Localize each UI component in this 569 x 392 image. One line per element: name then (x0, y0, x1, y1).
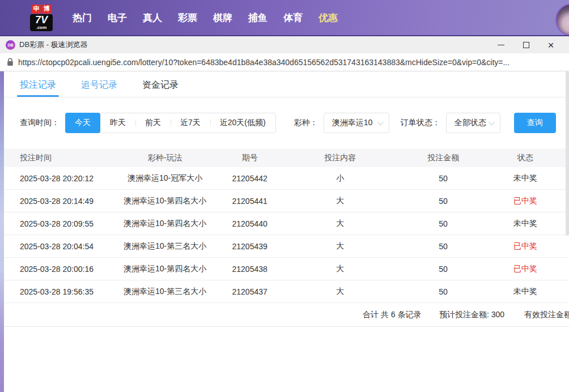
order-status-value: 全部状态 (455, 118, 486, 128)
close-icon: × (547, 40, 554, 50)
bet-amount-cell: 50 (405, 219, 482, 228)
site-nav-bar: 申 博 7V .com 热门电子真人彩票棋牌捕鱼体育优惠 (0, 0, 569, 35)
bet-content-cell: 大 (275, 219, 405, 229)
maximize-button[interactable] (513, 36, 538, 53)
site-nav-items: 热门电子真人彩票棋牌捕鱼体育优惠 (73, 11, 338, 24)
issue-number-cell: 21205440 (224, 219, 275, 228)
game-play-cell: 澳洲幸运10-第四名大小 (105, 264, 224, 274)
table-row: 2025-03-28 19:56:35澳洲幸运10-第三名大小21205437大… (4, 280, 569, 303)
time-option-昨天[interactable]: 昨天 (100, 113, 135, 133)
game-play-cell: 澳洲幸运10-冠军大小 (105, 173, 224, 184)
table-summary-row: 合计 共 6 条记录 预计投注金额: 300 有效投注金额 (4, 303, 569, 327)
minimize-button[interactable] (489, 36, 513, 53)
nav-item-热门[interactable]: 热门 (73, 11, 92, 24)
logo-7v-text: 7V (35, 14, 48, 25)
filter-bar: 查询时间： 今天昨天前天近7天近20天(低频) 彩种： 澳洲幸运10 订单状态：… (4, 113, 569, 133)
time-filter-label: 查询时间： (20, 118, 60, 128)
close-button[interactable]: × (538, 36, 563, 53)
bet-amount-cell: 50 (405, 265, 482, 274)
status-cell: 未中奖 (481, 173, 569, 184)
issue-number-cell: 21205438 (224, 265, 275, 274)
desktop-edge-sliver (0, 71, 4, 392)
bet-time-cell: 2025-03-28 20:04:54 (4, 242, 105, 251)
bet-time-cell: 2025-03-28 20:20:12 (4, 174, 105, 183)
nav-item-棋牌[interactable]: 棋牌 (213, 11, 232, 24)
order-status-label: 订单状态： (401, 118, 440, 128)
table-row: 2025-03-28 20:04:54澳洲幸运10-第三名大小21205439大… (4, 235, 569, 258)
status-cell: 未中奖 (481, 287, 569, 297)
lottery-select[interactable]: 澳洲幸运10 (324, 113, 389, 133)
logo-tile-right: 博 (42, 5, 51, 14)
record-tabs: 投注记录追号记录资金记录 (4, 71, 569, 97)
bet-content-cell: 大 (275, 196, 405, 206)
tab-投注记录[interactable]: 投注记录 (20, 79, 56, 97)
status-cell: 未中奖 (481, 219, 569, 229)
search-button[interactable]: 查询 (514, 113, 556, 133)
column-header-投注时间: 投注时间 (4, 153, 105, 163)
bet-time-cell: 2025-03-28 20:14:49 (4, 197, 105, 206)
column-header-投注内容: 投注内容 (275, 153, 405, 163)
bet-amount-cell: 50 (405, 174, 482, 183)
tab-资金记录[interactable]: 资金记录 (142, 79, 179, 97)
bet-records-table: 投注时间彩种-玩法期号投注内容投注金额状态 2025-03-28 20:20:1… (4, 148, 569, 303)
issue-number-cell: 21205441 (224, 197, 275, 206)
browser-app-icon: DB (6, 40, 15, 50)
order-status-select[interactable]: 全部状态 (446, 113, 500, 133)
site-logo[interactable]: 申 博 7V .com (25, 5, 58, 31)
window-controls: × (489, 36, 563, 53)
column-header-彩种-玩法: 彩种-玩法 (105, 153, 224, 163)
url-bar[interactable]: https://ctopcp02pcali.uengi5e.com/lotter… (0, 53, 569, 71)
expected-amount-text: 预计投注金额: 300 (439, 310, 504, 320)
table-row: 2025-03-28 20:20:12澳洲幸运10-冠军大小21205442小5… (4, 167, 569, 190)
time-option-前天[interactable]: 前天 (135, 113, 171, 133)
logo-com-text: .com (30, 25, 53, 30)
bet-amount-cell: 50 (405, 242, 482, 251)
lottery-records-page: 投注记录追号记录资金记录 查询时间： 今天昨天前天近7天近20天(低频) 彩种：… (4, 71, 569, 392)
bet-amount-cell: 50 (405, 287, 482, 296)
game-play-cell: 澳洲幸运10-第四名大小 (105, 196, 224, 206)
bet-time-cell: 2025-03-28 20:09:55 (4, 219, 105, 228)
bet-content-cell: 小 (275, 173, 405, 184)
padlock-icon (7, 58, 14, 66)
bet-amount-cell: 50 (405, 197, 482, 206)
issue-number-cell: 21205442 (224, 174, 275, 183)
game-play-cell: 澳洲幸运10-第四名大小 (105, 219, 224, 229)
browser-viewport: 投注记录追号记录资金记录 查询时间： 今天昨天前天近7天近20天(低频) 彩种：… (0, 71, 569, 392)
logo-red-tiles: 申 博 (32, 5, 51, 14)
tab-追号记录[interactable]: 追号记录 (81, 79, 117, 97)
table-row: 2025-03-28 20:00:16澳洲幸运10-第四名大小21205438大… (4, 258, 569, 280)
status-cell: 已中奖 (481, 196, 569, 206)
column-header-投注金额: 投注金额 (405, 153, 482, 163)
time-option-近7天[interactable]: 近7天 (171, 113, 210, 133)
nav-item-体育[interactable]: 体育 (283, 11, 303, 24)
logo-tile-left: 申 (32, 5, 41, 14)
minimize-icon (498, 45, 504, 45)
game-play-cell: 澳洲幸运10-第三名大小 (105, 241, 224, 252)
table-body: 2025-03-28 20:20:12澳洲幸运10-冠军大小21205442小5… (4, 167, 569, 303)
nav-item-彩票[interactable]: 彩票 (178, 11, 197, 24)
bet-time-cell: 2025-03-28 20:00:16 (4, 265, 105, 274)
status-cell: 已中奖 (481, 264, 569, 274)
nav-item-优惠[interactable]: 优惠 (319, 11, 338, 24)
issue-number-cell: 21205437 (224, 287, 275, 296)
time-option-近20天(低频)[interactable]: 近20天(低频) (210, 113, 275, 133)
time-option-今天[interactable]: 今天 (65, 113, 100, 133)
chevron-down-icon (377, 119, 383, 125)
chevron-down-icon (488, 119, 494, 125)
url-text[interactable]: https://ctopcp02pcali.uengi5e.com/lotter… (18, 58, 509, 67)
table-row: 2025-03-28 20:09:55澳洲幸运10-第四名大小21205440大… (4, 212, 569, 235)
column-header-状态: 状态 (481, 153, 569, 163)
table-header-row: 投注时间彩种-玩法期号投注内容投注金额状态 (4, 148, 569, 167)
logo-main-block: 7V .com (30, 14, 53, 31)
nav-item-真人[interactable]: 真人 (143, 11, 162, 24)
table-row: 2025-03-28 20:14:49澳洲幸运10-第四名大小21205441大… (4, 190, 569, 212)
page-scrollbar[interactable] (566, 71, 569, 236)
issue-number-cell: 21205439 (224, 242, 275, 251)
nav-item-捕鱼[interactable]: 捕鱼 (248, 11, 267, 24)
user-avatar[interactable] (555, 3, 569, 35)
bet-content-cell: 大 (275, 264, 405, 274)
valid-amount-text: 有效投注金额 (524, 310, 569, 320)
status-cell: 已中奖 (481, 241, 569, 252)
bet-content-cell: 大 (275, 241, 405, 252)
nav-item-电子[interactable]: 电子 (108, 11, 127, 24)
